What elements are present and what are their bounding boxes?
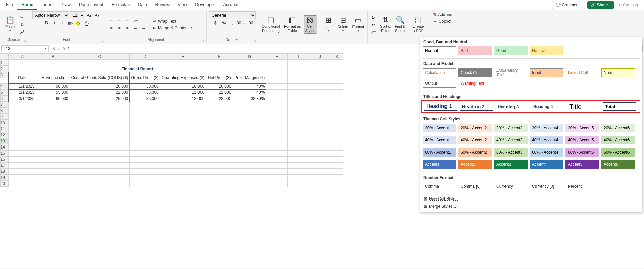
cell[interactable] — [309, 162, 331, 168]
cell[interactable] — [130, 126, 160, 132]
underline-button[interactable]: U▾ — [59, 20, 66, 26]
cell[interactable] — [288, 89, 309, 96]
cell[interactable] — [331, 102, 343, 108]
cell[interactable]: 38.30% — [233, 96, 266, 102]
align-bottom-button[interactable]: ≡ — [124, 18, 131, 24]
cell[interactable] — [233, 156, 266, 162]
cell[interactable] — [331, 60, 343, 66]
cell[interactable] — [266, 114, 288, 120]
style-accent5[interactable]: Accent5 — [565, 160, 599, 169]
cell[interactable] — [288, 120, 309, 126]
italic-button[interactable]: I — [51, 20, 58, 26]
cell[interactable] — [206, 102, 233, 108]
align-top-button[interactable]: ≡ — [108, 18, 115, 24]
cell[interactable] — [206, 150, 233, 156]
cell[interactable] — [206, 108, 233, 114]
style-total[interactable]: Total — [603, 102, 636, 111]
cell[interactable] — [309, 150, 331, 156]
format-cells-button[interactable]: ▭Format▾ — [351, 16, 366, 33]
align-left-button[interactable]: ≡ — [108, 25, 115, 32]
tab-acrobat[interactable]: Acrobat — [219, 0, 242, 10]
cell[interactable] — [288, 132, 309, 138]
cell[interactable] — [160, 162, 206, 168]
cell[interactable] — [70, 114, 130, 120]
cell[interactable] — [266, 83, 288, 89]
addins-button[interactable]: ⊞Add-ins — [431, 11, 453, 18]
cell[interactable] — [288, 174, 309, 181]
cell[interactable]: 40% — [233, 83, 266, 89]
cell[interactable] — [70, 108, 130, 114]
cell[interactable] — [309, 181, 331, 187]
cell[interactable] — [8, 181, 36, 187]
cell[interactable] — [233, 60, 266, 66]
style-heading-3[interactable]: Heading 3 — [495, 102, 529, 111]
cell[interactable] — [8, 162, 36, 168]
cell[interactable] — [266, 168, 288, 174]
cell[interactable] — [233, 181, 266, 187]
cell[interactable] — [266, 126, 288, 132]
column-header[interactable]: G — [233, 54, 266, 60]
cell[interactable] — [206, 174, 233, 181]
cell[interactable] — [160, 120, 206, 126]
cell[interactable] — [266, 174, 288, 181]
style-40-accent3[interactable]: 40% - Accent3 — [494, 136, 528, 144]
cell[interactable] — [266, 72, 288, 83]
cell[interactable] — [160, 114, 206, 120]
cell[interactable] — [233, 138, 266, 144]
style-40-accent4[interactable]: 40% - Accent4 — [530, 136, 563, 144]
cell[interactable] — [8, 60, 36, 66]
cell[interactable] — [331, 83, 343, 89]
style-warning-text[interactable]: Warning Text — [458, 79, 492, 88]
cell[interactable] — [8, 168, 36, 174]
cell[interactable]: 60,000 — [36, 96, 70, 102]
catchup-button[interactable]: ↻ Catch up — [616, 1, 642, 9]
cell[interactable] — [130, 156, 160, 162]
tab-page-layout[interactable]: Page Layout — [75, 0, 108, 10]
cell[interactable] — [206, 138, 233, 144]
cell[interactable] — [36, 60, 70, 66]
style-60-accent4[interactable]: 60% - Accent4 — [530, 148, 563, 157]
style-accent1[interactable]: Accent1 — [423, 160, 456, 169]
cell[interactable] — [331, 156, 343, 162]
chevron-down-icon[interactable]: ▾ — [68, 46, 69, 51]
cell[interactable]: 40% — [233, 89, 266, 96]
style-comma-0-[interactable]: Comma [0] — [458, 182, 492, 191]
cell[interactable] — [233, 174, 266, 181]
align-middle-button[interactable]: ≡ — [116, 18, 123, 24]
cell[interactable] — [266, 108, 288, 114]
cell[interactable] — [288, 144, 309, 150]
cell[interactable]: 55,000 — [36, 89, 70, 96]
cell[interactable] — [36, 102, 70, 108]
cell[interactable] — [206, 126, 233, 132]
cell[interactable] — [130, 174, 160, 181]
row-header[interactable]: 17 — [0, 162, 8, 168]
row-header[interactable]: 18 — [0, 168, 8, 174]
cell[interactable] — [8, 138, 36, 144]
cell[interactable] — [233, 168, 266, 174]
row-header[interactable]: 9 — [0, 114, 8, 120]
style-input[interactable]: Input — [530, 68, 563, 77]
style-60-accent3[interactable]: 60% - Accent3 — [494, 148, 528, 157]
clear-button[interactable]: ◇▾ — [370, 29, 377, 35]
cell[interactable] — [331, 89, 343, 96]
increase-decimal-button[interactable]: .00→ — [237, 20, 244, 26]
decrease-decimal-button[interactable]: ←.00 — [245, 20, 252, 26]
create-pdf-button[interactable]: ⬚Create a PDF — [411, 16, 425, 33]
style-40-accent6[interactable]: 40% - Accent6 — [601, 136, 635, 144]
bold-button[interactable]: B — [43, 20, 50, 26]
comments-button[interactable]: 💬 Comments — [552, 1, 585, 9]
currency-button[interactable]: $▾ — [212, 20, 220, 26]
cell[interactable] — [130, 114, 160, 120]
cut-button[interactable]: ✂ — [18, 14, 26, 21]
cell[interactable] — [8, 120, 36, 126]
cell[interactable] — [309, 108, 331, 114]
style-percent[interactable]: Percent — [565, 182, 599, 191]
row-header[interactable]: 6 — [0, 96, 8, 102]
cell[interactable] — [288, 150, 309, 156]
cell[interactable]: 22,000 — [206, 89, 233, 96]
cell[interactable] — [288, 102, 309, 108]
cell[interactable] — [130, 108, 160, 114]
cell[interactable]: Profit Margin (%) — [233, 72, 266, 83]
cell[interactable] — [206, 132, 233, 138]
style-good[interactable]: Good — [494, 46, 528, 55]
